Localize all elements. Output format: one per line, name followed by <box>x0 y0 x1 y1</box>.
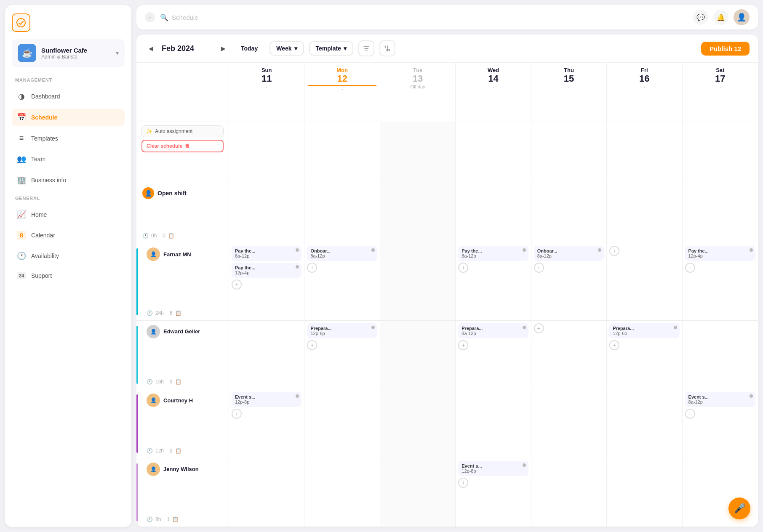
clock-icon: 🕐 <box>142 233 149 239</box>
sidebar-item-home[interactable]: 📈 Home <box>12 206 125 223</box>
sidebar-item-label: Schedule <box>31 114 57 121</box>
shift-card[interactable]: Prepara... 8a-12p <box>458 323 528 338</box>
employee-jenny-label: 👤 Jenny Wilson 🕐 8h 1 📋 <box>136 458 229 527</box>
day-header-mon: Mon 12 • <box>304 63 380 122</box>
shift-card[interactable]: Pay the... 12p-4p <box>232 263 301 278</box>
sort-button[interactable] <box>379 40 395 56</box>
auto-assignment-cell: ✨ Auto assignment Clear schedule 🗑 <box>136 122 229 183</box>
user-avatar-button[interactable]: 👤 <box>734 9 750 25</box>
filter-button[interactable] <box>358 40 374 56</box>
add-shift-button[interactable]: + <box>458 340 468 350</box>
top-bar-actions: 💬 🔔 👤 <box>693 9 750 25</box>
sidebar-item-calendar[interactable]: 8 Calendar <box>12 227 125 244</box>
sidebar-item-label: Calendar <box>31 232 55 239</box>
notifications-button[interactable]: 🔔 <box>713 10 728 25</box>
sidebar-item-label: Availability <box>31 253 59 259</box>
edward-tue <box>380 321 456 389</box>
chevron-down-icon: ▾ <box>344 45 347 52</box>
sidebar-item-dashboard[interactable]: ◑ Dashboard <box>12 88 125 105</box>
shift-card[interactable]: Event s... 12p-8p <box>458 461 528 476</box>
add-shift-button[interactable]: + <box>609 340 619 350</box>
shift-card[interactable]: Pay the... 12p-4p <box>685 246 755 261</box>
add-shift-button[interactable]: + <box>534 323 544 333</box>
sidebar-item-availability[interactable]: 🕐 Availability <box>12 247 125 265</box>
sidebar-item-templates[interactable]: ≡ Templates <box>12 130 125 147</box>
shift-card[interactable]: Prepara... 12p-6p <box>307 323 377 338</box>
calendar-grid: Sun 11 • Mon 12 • Tue 13 Off day <box>136 63 758 527</box>
sidebar-item-schedule[interactable]: 📅 Schedule <box>12 109 125 126</box>
shift-card[interactable]: Pay the... 8a-12p <box>232 246 301 261</box>
add-shift-button[interactable]: + <box>609 246 619 256</box>
edward-mon: Prepara... 12p-6p + <box>304 321 380 389</box>
day-header-tue: Tue 13 Off day <box>380 63 456 122</box>
auto-assignment-button[interactable]: ✨ Auto assignment <box>141 125 224 137</box>
add-shift-button[interactable]: + <box>232 409 242 419</box>
add-shift-button[interactable]: + <box>685 409 695 419</box>
shift-card[interactable]: Onboar... 8a-12p <box>534 246 604 261</box>
today-button[interactable]: Today <box>234 43 264 54</box>
courtney-tue <box>380 389 456 458</box>
courtney-thu: + <box>531 389 607 458</box>
search-placeholder: Schedule <box>172 14 198 21</box>
header-empty-cell <box>136 63 229 122</box>
add-shift-button[interactable]: + <box>307 340 317 350</box>
farnaz-thu: Onboar... 8a-12p + <box>531 243 607 320</box>
courtney-fri: + <box>607 389 682 458</box>
courtney-mon: + <box>304 389 380 458</box>
sidebar-item-business[interactable]: 🏢 Business info <box>12 171 125 189</box>
edward-fri: Prepara... 12p-6p + <box>607 321 682 389</box>
shift-card[interactable]: Event s... 8a-12p <box>685 392 755 407</box>
next-week-button[interactable]: ▶ <box>217 43 229 54</box>
add-shift-button[interactable]: + <box>534 263 544 273</box>
add-shift-button[interactable]: + <box>232 279 242 290</box>
shift-card[interactable]: Pay the... 8a-12p <box>458 246 528 261</box>
messages-button[interactable]: 💬 <box>693 10 708 25</box>
day-header-sat: Sat 17 • <box>683 63 758 122</box>
sidebar-collapse-button[interactable]: ‹ <box>145 12 155 22</box>
logo-area <box>12 13 125 32</box>
add-shift-button[interactable]: + <box>458 478 468 488</box>
shift-card[interactable]: Prepara... 12p-6p <box>609 323 679 338</box>
farnaz-tue <box>380 243 456 320</box>
month-label: Feb 2024 <box>162 44 212 53</box>
add-shift-button[interactable]: + <box>685 263 695 273</box>
open-shift-wed <box>456 183 531 243</box>
add-shift-button[interactable]: + <box>307 263 317 273</box>
jenny-thu: + <box>531 458 607 527</box>
auto-assign-tue <box>380 122 456 183</box>
app-logo <box>12 13 30 32</box>
clock-icon: 🕐 <box>147 379 153 385</box>
week-view-dropdown[interactable]: Week ▾ <box>269 41 304 56</box>
farnaz-fri: + <box>607 243 682 320</box>
template-dropdown[interactable]: Template ▾ <box>309 41 353 56</box>
calendar-mini-icon: 📋 <box>175 448 181 454</box>
prev-week-button[interactable]: ◀ <box>145 43 157 54</box>
day-header-sun: Sun 11 • <box>229 63 304 122</box>
open-shift-icon: 👤 <box>142 187 154 199</box>
workspace-avatar: ☕ <box>18 44 36 62</box>
employee-edward-label: 👤 Edward Geller 🕐 16h 3 📋 <box>136 321 229 389</box>
shift-card[interactable]: Event s... 12p-8p <box>232 392 301 407</box>
add-shift-button[interactable]: + <box>458 263 468 273</box>
farnaz-sun: Pay the... 8a-12p Pay the... 12p-4p + <box>229 243 304 320</box>
fab-button[interactable]: 🎤 <box>728 497 750 519</box>
shift-card[interactable]: Onboar... 8a-12p <box>307 246 377 261</box>
farnaz-mon: Onboar... 8a-12p + <box>304 243 380 320</box>
open-shift-thu <box>531 183 607 243</box>
clear-schedule-button[interactable]: Clear schedule 🗑 <box>141 140 224 152</box>
jenny-mon: + <box>304 458 380 527</box>
edward-thu: + <box>531 321 607 389</box>
trash-icon: 🗑 <box>185 143 190 149</box>
day-header-thu: Thu 15 • <box>531 63 607 122</box>
sidebar-item-team[interactable]: 👥 Team <box>12 150 125 168</box>
top-bar: ‹ 🔍 Schedule 💬 🔔 👤 <box>136 5 758 29</box>
sidebar-item-support[interactable]: 24 Support <box>12 268 125 283</box>
jenny-fri: + <box>607 458 682 527</box>
open-shift-tue <box>380 183 456 243</box>
workspace-card[interactable]: ☕ Sunflower Cafe Admin & Barista ▾ <box>12 39 125 67</box>
edward-wed: Prepara... 8a-12p + <box>456 321 531 389</box>
clock-icon: 🕐 <box>147 516 153 522</box>
farnaz-avatar: 👤 <box>147 247 160 261</box>
calendar-area: Sun 11 • Mon 12 • Tue 13 Off day <box>136 63 758 527</box>
publish-button[interactable]: Publish 12 <box>701 42 750 56</box>
